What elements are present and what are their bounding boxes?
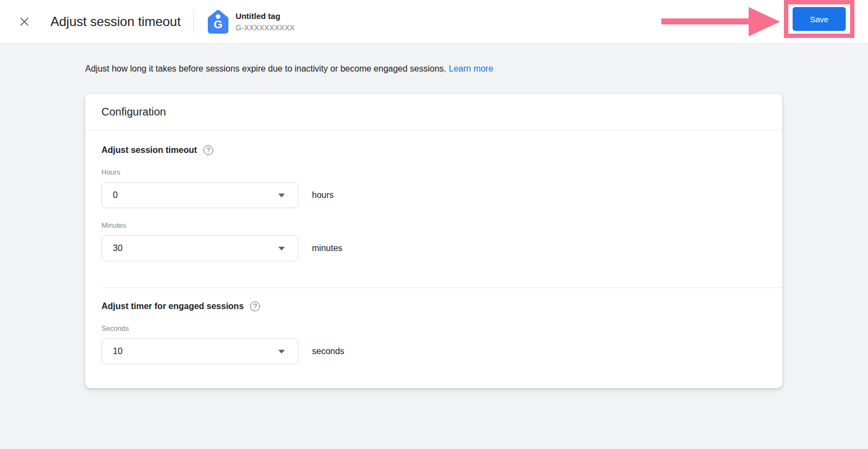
seconds-field-row: 10 seconds	[101, 338, 766, 364]
help-glyph: ?	[207, 147, 210, 153]
seconds-label: Seconds	[101, 324, 766, 332]
google-tag-icon: G	[205, 8, 231, 35]
seconds-select-value: 10	[113, 347, 123, 356]
page-title: Adjust session timeout	[50, 14, 181, 29]
minutes-label: Minutes	[101, 221, 766, 229]
configuration-card: Configuration Adjust session timeout ? H…	[85, 94, 782, 388]
annotation-arrow-head-icon	[749, 7, 780, 36]
dropdown-caret-icon	[278, 194, 285, 197]
minutes-field-row: 30 minutes	[101, 235, 766, 261]
card-body: Adjust session timeout ? Hours 0 hours M…	[85, 130, 782, 388]
help-glyph: ?	[253, 303, 257, 310]
help-icon[interactable]: ?	[250, 302, 260, 311]
dropdown-caret-icon	[278, 350, 285, 354]
tag-icon-letter: G	[214, 18, 222, 30]
section-engaged-sessions: Adjust timer for engaged sessions ?	[101, 302, 766, 311]
hours-select[interactable]: 0	[101, 182, 298, 208]
tag-info: Untitled tag G-XXXXXXXXXX	[235, 11, 295, 33]
card-header: Configuration	[85, 94, 782, 130]
help-icon[interactable]: ?	[203, 145, 213, 155]
seconds-unit-label: seconds	[312, 347, 344, 356]
hours-label: Hours	[101, 168, 766, 176]
close-button[interactable]	[18, 15, 31, 28]
dropdown-caret-icon	[278, 247, 285, 251]
header-divider	[193, 10, 194, 34]
tag-name: Untitled tag	[235, 11, 295, 21]
annotation-arrow-line	[661, 18, 751, 24]
close-icon	[18, 16, 30, 28]
minutes-select-value: 30	[113, 243, 123, 253]
tag-id: G-XXXXXXXXXX	[235, 23, 295, 33]
hours-field-row: 0 hours	[101, 182, 766, 208]
description-text: Adjust how long it takes before sessions…	[85, 64, 446, 73]
page-description: Adjust how long it takes before sessions…	[85, 64, 868, 74]
learn-more-link[interactable]: Learn more	[449, 64, 493, 73]
section-heading-session-timeout: Adjust session timeout	[101, 145, 197, 155]
section-session-timeout: Adjust session timeout ?	[101, 145, 766, 155]
hours-unit-label: hours	[312, 190, 334, 200]
minutes-unit-label: minutes	[312, 243, 342, 253]
section-divider	[101, 287, 782, 288]
save-button[interactable]: Save	[793, 7, 846, 31]
section-heading-engaged-sessions: Adjust timer for engaged sessions	[101, 302, 244, 311]
seconds-select[interactable]: 10	[101, 338, 298, 364]
dialog-header: Adjust session timeout G Untitled tag G-…	[0, 0, 868, 43]
annotation-highlight-box: Save	[784, 0, 854, 38]
card-title: Configuration	[101, 106, 166, 118]
hours-select-value: 0	[113, 190, 118, 200]
minutes-select[interactable]: 30	[101, 235, 298, 261]
